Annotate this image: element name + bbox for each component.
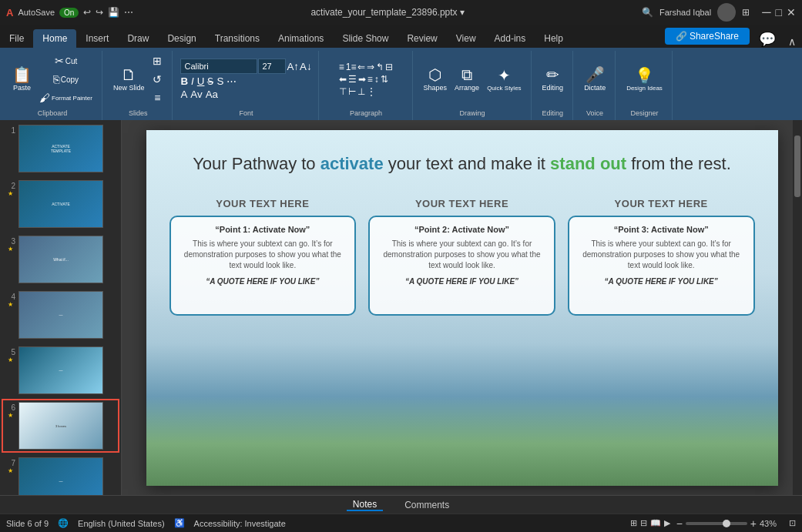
- align-left-button[interactable]: ⬅: [339, 74, 347, 85]
- autosave-toggle[interactable]: On: [59, 8, 79, 18]
- col-2-box[interactable]: “Point 2: Activate Now” This is where yo…: [368, 216, 555, 316]
- maximize-icon[interactable]: □: [776, 6, 782, 18]
- tab-view[interactable]: View: [447, 29, 485, 48]
- comments-tab-item[interactable]: Comments: [398, 500, 455, 510]
- zoom-level-label[interactable]: 43%: [760, 519, 783, 528]
- vertical-scrollbar[interactable]: [793, 120, 802, 495]
- align-right-button[interactable]: ➡: [358, 74, 366, 85]
- numbering-button[interactable]: 1≡: [346, 62, 357, 72]
- fit-slide-button[interactable]: ⊡: [789, 518, 796, 528]
- share-button[interactable]: 🔗 ShareShare: [665, 28, 750, 45]
- tab-slideshow[interactable]: Slide Show: [333, 29, 398, 48]
- rtl-button[interactable]: ↰: [376, 62, 384, 72]
- decrease-size-button[interactable]: A↓: [300, 61, 312, 72]
- char-spacing-button[interactable]: Av: [190, 89, 202, 100]
- slide-panel: 1 ACTIVATETEMPLATE 2 ★ ACTIVATE 3 ★: [0, 120, 122, 495]
- reading-view-button[interactable]: 📖: [650, 518, 661, 528]
- tab-review[interactable]: Review: [398, 29, 446, 48]
- reset-button[interactable]: ↺: [149, 71, 166, 88]
- align-top-button[interactable]: ⊤: [339, 86, 347, 97]
- copy-button[interactable]: ⎘ Copy: [36, 71, 96, 88]
- italic-button[interactable]: I: [191, 75, 194, 87]
- section-button[interactable]: ≡: [149, 89, 166, 106]
- scroll-thumb[interactable]: [794, 136, 800, 197]
- notes-tab-item[interactable]: Notes: [347, 499, 383, 511]
- strikethrough-button[interactable]: S̶: [207, 75, 213, 87]
- arrange-button[interactable]: ⧉ Arrange: [451, 60, 482, 99]
- font-color-button[interactable]: A: [180, 89, 187, 100]
- editing-button[interactable]: ✏ Editing: [539, 60, 567, 99]
- slide-canvas[interactable]: Your Pathway to activate your text and m…: [146, 130, 778, 486]
- align-center-button[interactable]: ☰: [348, 74, 357, 85]
- bullets-button[interactable]: ≡: [339, 62, 344, 72]
- quick-styles-button[interactable]: ✦ Quick Styles: [484, 60, 524, 99]
- layout-button[interactable]: ⊞: [149, 52, 166, 69]
- tab-home[interactable]: Home: [33, 29, 76, 48]
- smart-art-button[interactable]: ⋮: [367, 86, 376, 97]
- filename-label: activate_your_template_23896.pptx: [310, 7, 457, 18]
- shapes-button[interactable]: ⬡ Shapes: [421, 60, 451, 99]
- close-icon[interactable]: ✕: [787, 6, 796, 18]
- slide-thumb-7[interactable]: 7 ★ —: [3, 456, 118, 495]
- zoom-out-button[interactable]: −: [676, 517, 683, 530]
- increase-indent-button[interactable]: ⇒: [367, 62, 374, 72]
- slide-thumb-2[interactable]: 2 ★ ACTIVATE: [3, 179, 118, 229]
- tab-insert[interactable]: Insert: [76, 29, 118, 48]
- justify-button[interactable]: ≡: [367, 74, 373, 85]
- ribbon-collapse-icon[interactable]: ∧: [782, 35, 802, 48]
- slide-thumb-1[interactable]: 1 ACTIVATETEMPLATE: [3, 123, 118, 174]
- design-ideas-button[interactable]: 💡 Design Ideas: [623, 60, 666, 99]
- comments-icon[interactable]: 💬: [753, 31, 782, 48]
- format-painter-button[interactable]: 🖌 Format Painter: [36, 89, 96, 106]
- filename-dropdown-icon[interactable]: ▾: [460, 7, 465, 18]
- dictate-button[interactable]: 🎤 Dictate: [581, 60, 609, 99]
- slide-sorter-button[interactable]: ⊟: [640, 518, 647, 528]
- cols-button[interactable]: ⊟: [385, 62, 393, 72]
- align-middle-button[interactable]: ⊢: [348, 86, 356, 97]
- new-slide-button[interactable]: 🗋 New Slide: [110, 60, 148, 99]
- redo-icon[interactable]: ↪: [96, 7, 103, 18]
- zoom-slider[interactable]: [686, 522, 747, 525]
- tab-design[interactable]: Design: [158, 29, 205, 48]
- slide-thumb-4[interactable]: 4 ★ —: [3, 289, 118, 340]
- tab-help[interactable]: Help: [535, 29, 572, 48]
- search-icon[interactable]: 🔍: [642, 7, 653, 18]
- slideshow-button[interactable]: ▶: [664, 518, 670, 528]
- font-size-input[interactable]: [258, 59, 286, 74]
- align-bottom-button[interactable]: ⊥: [357, 86, 365, 97]
- user-name: Farshad Iqbal: [659, 8, 711, 17]
- zoom-in-button[interactable]: +: [750, 517, 757, 530]
- slide-thumb-5[interactable]: 5 ★ —: [3, 345, 118, 396]
- cut-button[interactable]: ✂ Cut: [36, 52, 96, 69]
- line-spacing-button[interactable]: ↕: [374, 74, 379, 85]
- slide-thumb-3[interactable]: 3 ★ What if...: [3, 234, 118, 285]
- main-area: 1 ACTIVATETEMPLATE 2 ★ ACTIVATE 3 ★: [0, 120, 802, 495]
- more-icon[interactable]: ⋯: [124, 7, 133, 18]
- undo-icon[interactable]: ↩: [83, 7, 91, 18]
- tab-addins[interactable]: Add-ins: [485, 29, 535, 48]
- text-direction-button[interactable]: ⇅: [381, 74, 388, 85]
- slide-thumb-6[interactable]: 6 ★ 3 boxes: [3, 400, 118, 451]
- font-name-input[interactable]: [180, 59, 257, 74]
- minimize-icon[interactable]: ─: [762, 5, 770, 19]
- layout-icon[interactable]: ⊞: [742, 7, 750, 18]
- underline-button[interactable]: U: [197, 75, 205, 87]
- normal-view-button[interactable]: ⊞: [630, 518, 637, 528]
- slide-main-title[interactable]: Your Pathway to activate your text and m…: [169, 153, 755, 176]
- accessibility-label[interactable]: Accessibility: Investigate: [194, 519, 286, 528]
- increase-size-button[interactable]: A↑: [287, 61, 299, 72]
- zoom-slider-thumb[interactable]: [723, 520, 730, 527]
- bold-button[interactable]: B: [180, 75, 188, 87]
- col-1-box[interactable]: “Point 1: Activate Now” This is where yo…: [169, 216, 357, 316]
- tab-animations[interactable]: Animations: [269, 29, 333, 48]
- tab-file[interactable]: File: [0, 29, 33, 48]
- paste-button[interactable]: 📋 Paste: [9, 60, 35, 99]
- col-3-box[interactable]: “Point 3: Activate Now” This is where yo…: [568, 216, 755, 316]
- change-case-button[interactable]: Aa: [206, 89, 218, 100]
- decrease-indent-button[interactable]: ⇐: [357, 62, 365, 72]
- shadow-button[interactable]: S: [216, 75, 223, 87]
- more-font-button[interactable]: ⋯: [227, 75, 237, 87]
- tab-draw[interactable]: Draw: [118, 29, 158, 48]
- tab-transitions[interactable]: Transitions: [206, 29, 269, 48]
- save-icon[interactable]: 💾: [108, 7, 119, 18]
